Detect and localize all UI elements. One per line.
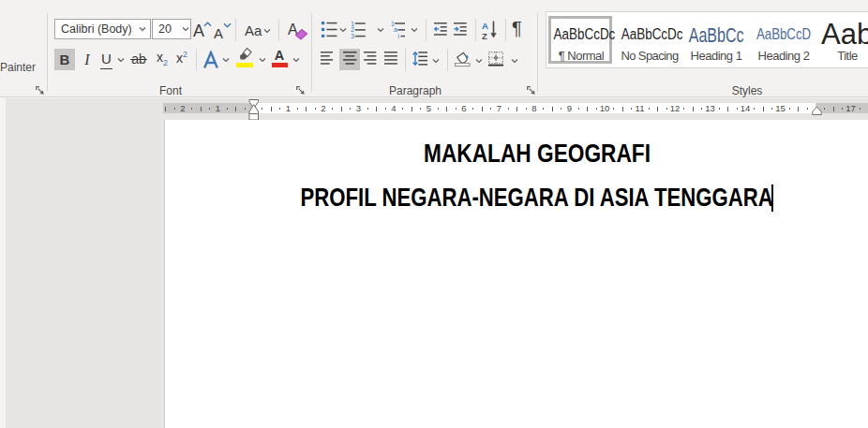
svg-text:A: A	[482, 21, 488, 31]
svg-text:i: i	[398, 33, 400, 38]
svg-text:a: a	[394, 26, 397, 33]
svg-text:3: 3	[351, 33, 354, 38]
svg-text:Z: Z	[482, 30, 487, 39]
